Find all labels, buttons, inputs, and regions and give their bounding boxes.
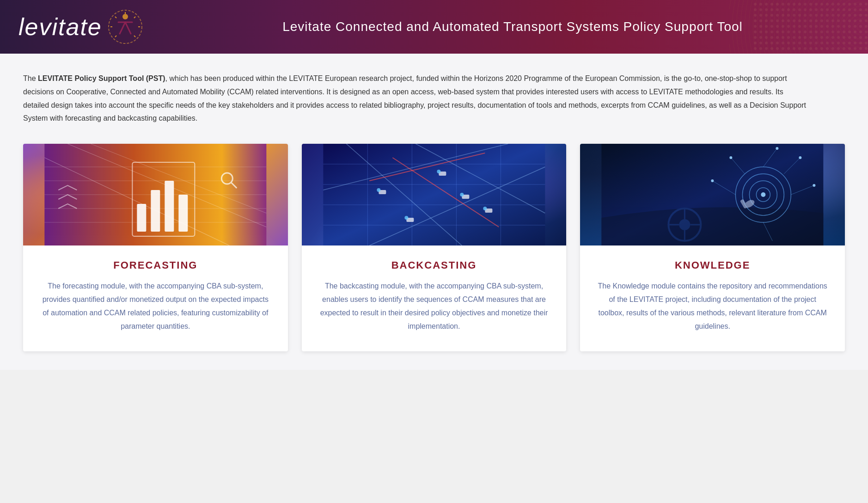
svg-point-77 — [730, 156, 733, 159]
logo-icon — [107, 8, 144, 45]
main-content: The LEVITATE Policy Support Tool (PST), … — [0, 54, 868, 370]
intro-prefix: The — [23, 74, 38, 82]
forecasting-card: FORECASTING The forecasting module, with… — [23, 144, 288, 351]
header-title: Levitate Connected and Automated Transpo… — [176, 19, 850, 34]
logo-text: levitate — [18, 13, 102, 41]
forecasting-card-body: FORECASTING The forecasting module, with… — [23, 245, 288, 351]
forecasting-title: FORECASTING — [39, 259, 272, 271]
svg-line-11 — [115, 36, 116, 37]
svg-rect-26 — [178, 195, 188, 232]
svg-point-52 — [483, 207, 487, 210]
svg-rect-24 — [151, 190, 160, 232]
intro-paragraph: The LEVITATE Policy Support Tool (PST), … — [23, 72, 809, 125]
svg-point-74 — [761, 192, 766, 197]
backcasting-card-body: BACKCASTING The backcasting module, with… — [302, 245, 567, 351]
svg-rect-23 — [137, 204, 146, 232]
backcasting-image — [302, 144, 567, 245]
intro-bold: LEVITATE Policy Support Tool (PST) — [38, 74, 165, 82]
svg-line-8 — [134, 36, 135, 37]
svg-point-54 — [460, 193, 464, 196]
backcasting-card: BACKCASTING The backcasting module, with… — [302, 144, 567, 351]
logo-area: levitate — [18, 8, 176, 45]
svg-point-51 — [437, 170, 440, 173]
header-decorative-pattern — [752, 0, 868, 54]
page-header: levitate L — [0, 0, 868, 54]
knowledge-description: The Knowledge module contains the reposi… — [596, 280, 829, 333]
svg-point-78 — [799, 156, 802, 159]
backcasting-description: The backcasting module, with the accompa… — [318, 280, 550, 333]
svg-rect-13 — [752, 1, 868, 52]
knowledge-image — [580, 144, 845, 245]
knowledge-card-body: KNOWLEDGE The Knowledge module contains … — [580, 245, 845, 351]
svg-point-50 — [377, 188, 380, 192]
forecasting-description: The forecasting module, with the accompa… — [39, 280, 272, 333]
svg-point-1 — [122, 14, 128, 19]
svg-point-75 — [776, 147, 779, 150]
svg-line-9 — [115, 17, 116, 18]
svg-point-57 — [679, 219, 691, 230]
knowledge-card: KNOWLEDGE The Knowledge module contains … — [580, 144, 845, 351]
svg-line-6 — [134, 17, 135, 18]
svg-line-4 — [125, 22, 131, 34]
backcasting-title: BACKCASTING — [318, 259, 550, 271]
svg-line-3 — [120, 22, 125, 34]
svg-point-76 — [813, 184, 816, 187]
svg-point-79 — [711, 179, 714, 182]
knowledge-title: KNOWLEDGE — [596, 259, 829, 271]
svg-point-53 — [404, 216, 408, 220]
forecasting-image — [23, 144, 288, 245]
svg-rect-25 — [165, 181, 174, 232]
cards-grid: FORECASTING The forecasting module, with… — [23, 144, 845, 351]
svg-rect-30 — [323, 144, 545, 245]
